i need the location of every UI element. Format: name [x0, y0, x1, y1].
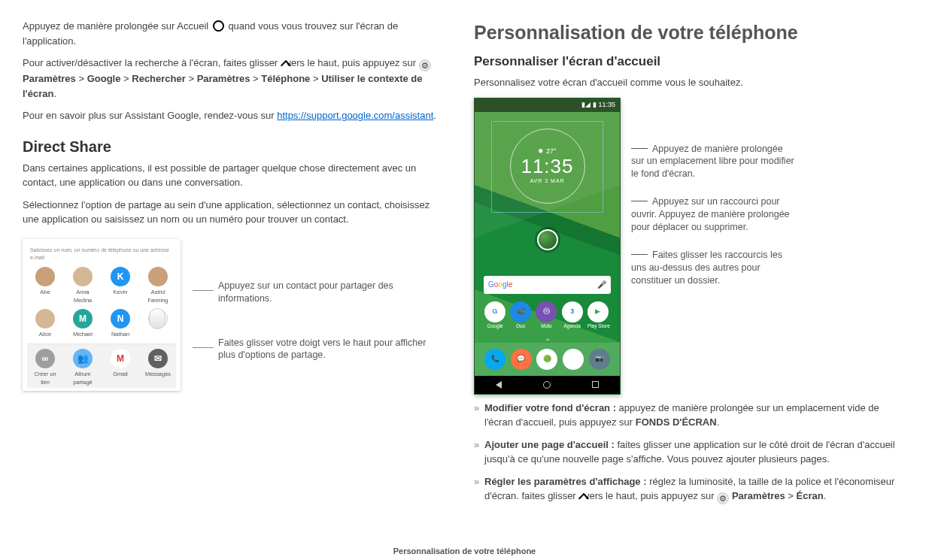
right-column: Personnalisation de votre téléphone Pers…: [474, 19, 895, 512]
nav-recent-icon[interactable]: [592, 381, 599, 388]
mic-icon[interactable]: 🎤: [597, 279, 606, 290]
tips-list: Modifier votre fond d'écran : appuyez de…: [474, 401, 895, 505]
share-bottom-row: ∞Créer un lien 👥Album partagé MGmail ✉Me…: [27, 344, 176, 389]
dock-photos[interactable]: ✿: [563, 349, 584, 370]
dock-messages[interactable]: 💬: [511, 349, 532, 370]
share-gmail[interactable]: MGmail: [105, 349, 135, 387]
app-shortcut-row: GGoogle 📹Duo ⓜMoto 3Agenda ▶Play Store: [475, 301, 620, 330]
nav-home-icon[interactable]: [543, 381, 551, 389]
gear-icon: ⚙: [717, 492, 729, 504]
contact-alice[interactable]: Alice: [30, 309, 60, 338]
clock-widget[interactable]: ✸ 27° 11:35 AVR 3 MAR: [510, 129, 585, 204]
assistant-link[interactable]: https://support.google.com/assistant: [277, 110, 433, 121]
tip-add-page: Ajouter une page d'accueil : faites glis…: [474, 437, 895, 467]
app-moto[interactable]: ⓜMoto: [536, 301, 557, 330]
page-footer: Personnalisation de votre téléphone: [0, 545, 929, 558]
google-search-bar[interactable]: Google 🎤: [484, 276, 611, 294]
drag-handle-icon: [149, 308, 165, 329]
nav-back-icon[interactable]: [496, 381, 502, 389]
dock-phone[interactable]: 📞: [484, 349, 505, 370]
subheading-home-screen: Personnaliser l'écran d'accueil: [474, 52, 895, 71]
intro-text: Personnalisez votre écran d'accueil comm…: [474, 75, 895, 90]
dock-chrome[interactable]: 🟢: [536, 349, 557, 370]
contact-nathan[interactable]: NNathan: [105, 309, 135, 338]
dock: 📞 💬 🟢 ✿ 📷: [475, 343, 620, 376]
heading-personalization: Personnalisation de votre téléphone: [474, 19, 895, 47]
ds-para-2: Sélectionnez l'option de partage au sein…: [23, 198, 444, 227]
contact-astrid[interactable]: Astrid Fanning: [143, 267, 173, 305]
tip-wallpaper: Modifier votre fond d'écran : appuyez de…: [474, 401, 895, 430]
app-duo[interactable]: 📹Duo: [510, 301, 531, 330]
phone-callouts: Appuyez de manière prolongée sur un empl…: [631, 98, 797, 302]
callout-line: [193, 347, 214, 348]
google-logo: Google: [488, 279, 512, 290]
para-home-longpress: Appuyez de manière prolongée sur Accueil…: [23, 19, 444, 48]
share-create-link[interactable]: ∞Créer un lien: [30, 349, 60, 387]
callout-line: [193, 290, 214, 291]
share-shared-album[interactable]: 👥Album partagé: [68, 349, 98, 387]
nav-bar: [475, 376, 620, 394]
share-messages[interactable]: ✉Messages: [143, 349, 173, 387]
dock-camera[interactable]: 📷: [589, 349, 610, 370]
app-playstore[interactable]: ▶Play Store: [587, 301, 610, 330]
callout-shortcut: Appuyez sur un raccourci pour ouvrir. Ap…: [631, 195, 797, 234]
app-calendar[interactable]: 3Agenda: [562, 301, 583, 330]
home-icon: [213, 20, 224, 32]
share-row-1: Abe Anna Medina KKevin Astrid Fanning: [27, 267, 176, 310]
signal-icon: ▮◢ ▮: [581, 101, 597, 108]
callout-swipe: Faites glisser votre doigt vers le haut …: [218, 337, 444, 362]
app-google[interactable]: GGoogle: [484, 301, 505, 330]
phone-mockup: ▮◢ ▮ 11:35 ✸ 27° 11:35 AVR 3 MAR Google …: [474, 98, 621, 395]
status-bar: ▮◢ ▮ 11:35: [475, 98, 620, 112]
para-assistant-link: Pour en savoir plus sur Assistant Google…: [23, 108, 444, 123]
heading-direct-share: Direct Share: [23, 135, 444, 158]
callout-wallpaper: Appuyez de manière prolongée sur un empl…: [631, 143, 797, 181]
share-hint: Saisissez un nom, un numéro de téléphone…: [27, 245, 176, 267]
callout-contact: Appuyez sur un contact pour partager des…: [218, 280, 444, 305]
contact-kevin[interactable]: KKevin: [105, 267, 135, 305]
status-time: 11:35: [598, 101, 615, 108]
callout-folder: Faites glisser les raccourcis les uns au…: [631, 249, 797, 287]
contact-anna[interactable]: Anna Medina: [68, 267, 98, 305]
ds-para-1: Dans certaines applications, il est poss…: [23, 161, 444, 190]
contact-michael[interactable]: MMichael: [68, 309, 98, 338]
left-column: Appuyez de manière prolongée sur Accueil…: [23, 19, 444, 512]
gear-icon: ⚙: [419, 59, 431, 71]
tip-display-settings: Régler les paramètres d'affichage : régl…: [474, 474, 895, 505]
free-spot-indicator: [537, 229, 558, 250]
contact-abe[interactable]: Abe: [30, 267, 60, 305]
para-breadcrumb: Pour activer/désactiver la recherche à l…: [23, 56, 444, 101]
